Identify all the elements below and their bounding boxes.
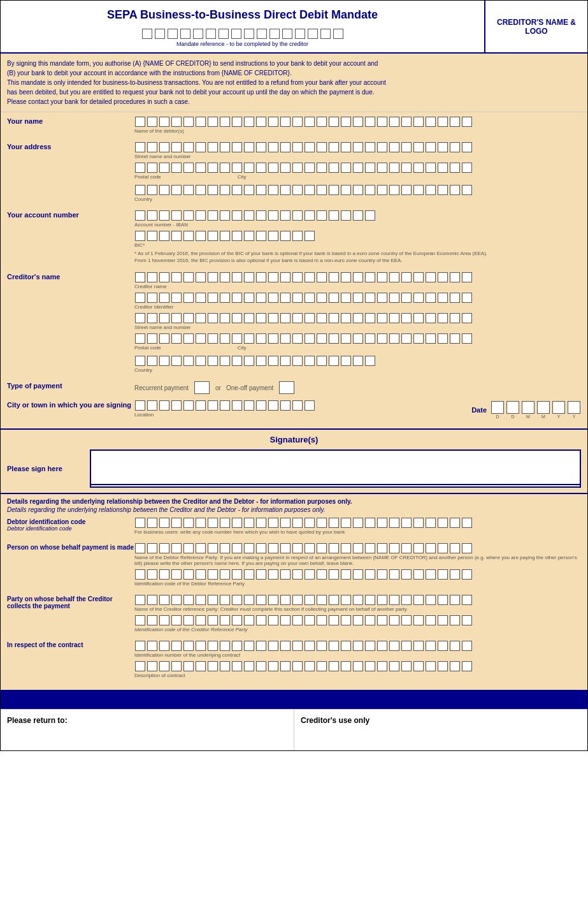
postal-city-input[interactable] xyxy=(134,162,581,173)
person-behalf-name-input[interactable] xyxy=(134,543,581,554)
signature-box[interactable] xyxy=(90,449,581,488)
person-behalf-label: Person on whose behalf payment is made xyxy=(7,543,134,551)
creditor-country-input[interactable] xyxy=(134,355,581,367)
your-name-sublabel: Name of the debtor(s) xyxy=(134,128,581,134)
contract-id-input[interactable] xyxy=(134,640,581,652)
mandate-char-box[interactable] xyxy=(219,29,229,39)
signing-label: City or town in which you are signing xyxy=(7,400,134,409)
street-input[interactable] xyxy=(134,142,581,153)
date-d1[interactable]: D xyxy=(491,400,505,419)
your-name-label: Your name xyxy=(7,116,134,125)
bic-input[interactable] xyxy=(134,230,581,242)
party-behalf-fields: Name of the Creditor reference party: Cr… xyxy=(134,594,581,635)
country-input[interactable] xyxy=(134,184,581,196)
creditor-name-input[interactable] xyxy=(134,272,581,283)
mandate-char-box[interactable] xyxy=(180,29,190,39)
city-sublabel: City xyxy=(238,174,247,180)
creditor-name-label: Creditor's name xyxy=(7,272,134,281)
location-input[interactable] xyxy=(134,400,459,411)
creditor-ref-name-sublabel: Name of the Creditor reference party: Cr… xyxy=(134,606,581,612)
payment-type-fields: Recurrent payment or One-off payment xyxy=(134,381,581,395)
date-y2[interactable]: Y xyxy=(567,400,581,419)
mandate-char-box[interactable] xyxy=(206,29,216,39)
date-label: Date xyxy=(471,406,487,414)
mandate-char-box[interactable] xyxy=(308,29,318,39)
iban-sublabel: Account number - IBAN xyxy=(134,222,581,228)
date-group: Date D D M xyxy=(471,400,581,419)
country-sublabel: Country xyxy=(134,196,581,202)
blue-bar xyxy=(1,691,587,709)
street-sublabel: Street name and number xyxy=(134,154,581,159)
debtor-id-input[interactable] xyxy=(134,517,581,529)
your-name-input[interactable] xyxy=(134,116,581,128)
contract-label: In respect of the contract xyxy=(7,640,134,648)
mandate-char-box[interactable] xyxy=(244,29,254,39)
intro-text: By signing this mandate form, you author… xyxy=(7,59,581,106)
mandate-char-box[interactable] xyxy=(295,29,305,39)
date-y1[interactable]: Y xyxy=(552,400,566,419)
mandate-char-box[interactable] xyxy=(282,29,292,39)
creditor-street-input[interactable] xyxy=(134,312,581,324)
bic-sublabel: BIC* xyxy=(134,242,581,248)
date-d2[interactable]: D xyxy=(506,400,520,419)
recurrent-checkbox[interactable] xyxy=(194,381,210,394)
contract-desc-sublabel: Description of contract xyxy=(134,673,581,678)
mandate-char-box[interactable] xyxy=(257,29,267,39)
debtor-id-note: For business users: write any code numbe… xyxy=(134,529,581,535)
creditor-logo: CREDITOR'S NAME & LOGO xyxy=(491,18,582,36)
date-m1[interactable]: M xyxy=(521,400,535,419)
creditor-postal-city-input[interactable] xyxy=(134,333,581,344)
debtor-id-label: Debtor identification code Debtor identi… xyxy=(7,517,134,532)
bottom-left: Please return to: xyxy=(1,710,294,750)
mandate-char-box[interactable] xyxy=(320,29,331,39)
bottom-section: Please return to: Creditor's use only xyxy=(1,709,587,750)
contract-desc-input[interactable] xyxy=(134,661,581,672)
return-label: Please return to: xyxy=(7,716,287,725)
payment-type-label: Type of payment xyxy=(7,381,134,390)
please-sign-label: Please sign here xyxy=(7,465,83,472)
mandate-char-box[interactable] xyxy=(231,29,241,39)
mandate-char-box[interactable] xyxy=(142,29,152,39)
contract-id-sublabel: Identification number of the underlying … xyxy=(134,652,581,658)
signing-row: City or town in which you are signing Lo… xyxy=(7,400,581,420)
account-number-label: Your account number xyxy=(7,210,134,219)
party-behalf-label: Party on whose behalf the Creditor colle… xyxy=(7,594,134,610)
sign-row: Please sign here xyxy=(7,449,581,488)
account-number-fields: Account number - IBAN BIC* * As of 1 Feb… xyxy=(134,210,581,267)
creditor-ref-id-sublabel: Identification code of the Creditor Refe… xyxy=(134,627,581,632)
location-sublabel: Location xyxy=(134,412,459,418)
debtor-ref-id-input[interactable] xyxy=(134,569,581,580)
mandate-char-box[interactable] xyxy=(333,29,343,39)
bottom-right: Creditor's use only xyxy=(294,710,587,750)
page-title: SEPA Business-to-Business Direct Debit M… xyxy=(6,6,479,24)
person-behalf-row: Person on whose behalf payment is made N… xyxy=(7,543,581,589)
creditor-ref-name-input[interactable] xyxy=(134,594,581,606)
recurrent-label: Recurrent payment xyxy=(134,384,189,391)
creditor-street-sublabel: Street name and number xyxy=(134,325,581,330)
creditor-id-input[interactable] xyxy=(134,292,581,303)
your-name-row: Your name Name of the debtor(s) xyxy=(7,116,581,136)
mandate-char-box[interactable] xyxy=(155,29,165,39)
creditor-postal-sublabel: Postal code xyxy=(134,345,161,351)
person-behalf-sublabel: Name of the Debtor Reference Party: If y… xyxy=(134,555,581,566)
mandate-char-box[interactable] xyxy=(269,29,280,39)
mandate-ref-label: Mandate reference - to be completed by t… xyxy=(6,41,479,47)
mandate-char-box[interactable] xyxy=(193,29,203,39)
creditor-ref-id-input[interactable] xyxy=(134,615,581,626)
creditor-use-label: Creditor's use only xyxy=(301,716,581,725)
details-header-bold: Details regarding the underlying relatio… xyxy=(7,498,581,505)
mandate-char-box[interactable] xyxy=(168,29,178,39)
your-address-label: Your address xyxy=(7,142,134,150)
signature-title: Signature(s) xyxy=(7,435,581,444)
your-address-fields: Street name and number Postal code City xyxy=(134,142,581,205)
signing-fields: Location Date D D xyxy=(134,400,581,420)
payment-type-row: Type of payment Recurrent payment or One… xyxy=(7,381,581,395)
date-m2[interactable]: M xyxy=(536,400,550,419)
your-name-fields: Name of the debtor(s) xyxy=(134,116,581,136)
contract-row: In respect of the contract Identificatio… xyxy=(7,640,581,681)
mandate-ref-boxes xyxy=(6,28,479,40)
oneoff-checkbox[interactable] xyxy=(279,381,294,394)
iban-input[interactable] xyxy=(134,210,581,221)
debtor-id-row: Debtor identification code Debtor identi… xyxy=(7,517,581,537)
postal-sublabel: Postal code xyxy=(134,174,161,180)
